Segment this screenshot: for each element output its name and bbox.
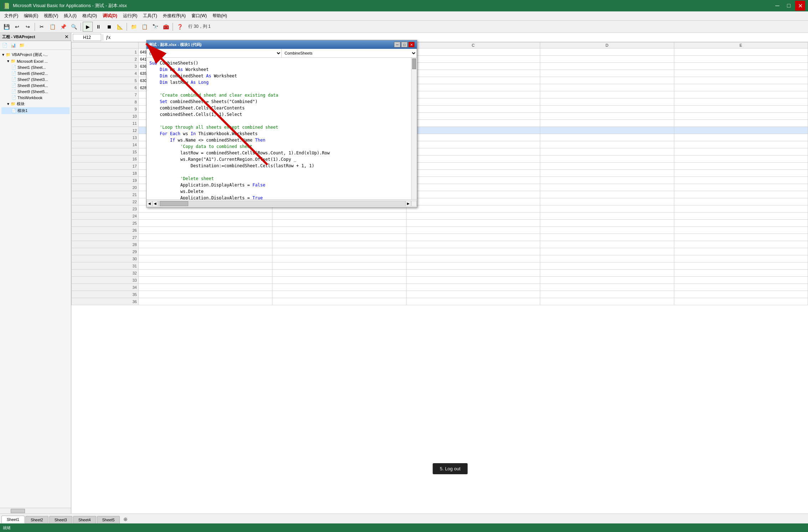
vba-menu-help[interactable]: 帮助(H)	[210, 12, 230, 20]
cell-r19-c3[interactable]	[406, 177, 540, 184]
cell-r29-c2[interactable]	[272, 248, 406, 255]
cell-r35-c2[interactable]	[272, 291, 406, 298]
cell-r36-c1[interactable]	[138, 298, 272, 305]
cell-r36-c3[interactable]	[406, 298, 540, 305]
cell-r16-c5[interactable]	[674, 155, 808, 163]
cell-r33-c5[interactable]	[674, 277, 808, 284]
cell-r11-c3[interactable]	[406, 120, 540, 127]
vba-scrollbar-right[interactable]	[411, 58, 417, 199]
cell-r5-c4[interactable]	[540, 77, 674, 84]
cell-r27-c5[interactable]	[674, 234, 808, 241]
cell-r30-c2[interactable]	[272, 255, 406, 262]
save-button[interactable]: 💾	[1, 22, 11, 32]
cell-r22-c5[interactable]	[674, 198, 808, 205]
h-scroll-thumb[interactable]	[160, 201, 188, 206]
vba-menu-insert[interactable]: 插入(I)	[61, 12, 79, 20]
cell-r14-c5[interactable]	[674, 141, 808, 148]
sheet-tab-sheet5[interactable]: Sheet5	[97, 516, 120, 523]
cell-r32-c2[interactable]	[272, 270, 406, 277]
cell-r7-c4[interactable]	[540, 91, 674, 98]
cell-r25-c5[interactable]	[674, 220, 808, 227]
scroll-left-btn2[interactable]: ◄	[152, 201, 158, 206]
minimize-button[interactable]: ─	[772, 1, 782, 11]
cell-r34-c3[interactable]	[406, 284, 540, 291]
cell-r16-c4[interactable]	[540, 155, 674, 163]
cell-r30-c4[interactable]	[540, 255, 674, 262]
cell-r28-c5[interactable]	[674, 241, 808, 248]
cell-r32-c4[interactable]	[540, 270, 674, 277]
cell-r15-c5[interactable]	[674, 148, 808, 155]
scrollbar-thumb[interactable]	[11, 509, 25, 513]
tree-sheet6[interactable]: 📄 Sheet6 (Sheet2...	[1, 70, 70, 76]
maximize-button[interactable]: □	[784, 1, 794, 11]
paste-button[interactable]: 📌	[58, 22, 68, 32]
cell-r29-c5[interactable]	[674, 248, 808, 255]
cell-r15-c3[interactable]	[406, 148, 540, 155]
cell-r32-c5[interactable]	[674, 270, 808, 277]
vba-menu-window[interactable]: 窗口(W)	[189, 12, 210, 20]
cell-r34-c4[interactable]	[540, 284, 674, 291]
cell-r24-c2[interactable]	[272, 213, 406, 220]
cell-r12-c3[interactable]	[406, 127, 540, 134]
cell-r18-c3[interactable]	[406, 170, 540, 177]
cell-r18-c5[interactable]	[674, 170, 808, 177]
vba-menu-view[interactable]: 视图(V)	[41, 12, 61, 20]
cell-r27-c3[interactable]	[406, 234, 540, 241]
cell-r19-c4[interactable]	[540, 177, 674, 184]
cell-r28-c1[interactable]	[138, 241, 272, 248]
cell-r21-c3[interactable]	[406, 191, 540, 198]
cell-r24-c3[interactable]	[406, 213, 540, 220]
vba-menu-file[interactable]: 文件(F)	[1, 12, 21, 20]
redo-button[interactable]: ↪	[23, 22, 33, 32]
vba-editor-close[interactable]: ✕	[408, 42, 415, 47]
cell-r11-c4[interactable]	[540, 120, 674, 127]
cell-r26-c5[interactable]	[674, 227, 808, 234]
cell-r8-c4[interactable]	[540, 98, 674, 106]
design-mode-button[interactable]: 📐	[115, 22, 125, 32]
cell-r36-c4[interactable]	[540, 298, 674, 305]
cell-r8-c5[interactable]	[674, 98, 808, 106]
cell-r1-c3[interactable]	[406, 48, 540, 56]
cell-r35-c3[interactable]	[406, 291, 540, 298]
cell-r29-c3[interactable]	[406, 248, 540, 255]
cell-r22-c3[interactable]	[406, 198, 540, 205]
cell-r20-c5[interactable]	[674, 184, 808, 191]
vba-view-code[interactable]: 📄	[1, 42, 9, 49]
object-browser-button[interactable]: 🔭	[150, 22, 160, 32]
cell-r4-c3[interactable]	[406, 70, 540, 77]
cell-r32-c1[interactable]	[138, 270, 272, 277]
cell-r1-c4[interactable]	[540, 48, 674, 56]
tree-sheet8[interactable]: 📄 Sheet8 (Sheet4...	[1, 82, 70, 88]
cell-r16-c3[interactable]	[406, 155, 540, 163]
cell-r3-c4[interactable]	[540, 63, 674, 70]
cell-r3-c3[interactable]	[406, 63, 540, 70]
col-header-c[interactable]: C	[406, 42, 540, 48]
cell-r17-c4[interactable]	[540, 163, 674, 170]
vba-editor-maximize[interactable]: □	[401, 42, 408, 47]
sheet-tab-add[interactable]: ⊕	[121, 515, 131, 523]
cell-r14-c3[interactable]	[406, 141, 540, 148]
cell-r31-c2[interactable]	[272, 262, 406, 270]
cell-r6-c4[interactable]	[540, 84, 674, 91]
cell-r27-c2[interactable]	[272, 234, 406, 241]
tree-sheet1[interactable]: 📄 Sheet1 (Sheet...	[1, 64, 70, 70]
sheet-tab-sheet2[interactable]: Sheet2	[25, 516, 48, 523]
cell-r27-c1[interactable]	[138, 234, 272, 241]
vba-menu-addins[interactable]: 外接程序(A)	[160, 12, 189, 20]
cell-r34-c5[interactable]	[674, 284, 808, 291]
cell-r25-c3[interactable]	[406, 220, 540, 227]
cell-r21-c4[interactable]	[540, 191, 674, 198]
cell-r7-c5[interactable]	[674, 91, 808, 98]
corner-resize[interactable]	[411, 201, 417, 206]
cell-r18-c4[interactable]	[540, 170, 674, 177]
cell-r17-c5[interactable]	[674, 163, 808, 170]
name-box[interactable]	[73, 34, 101, 41]
cell-r13-c4[interactable]	[540, 134, 674, 141]
vba-panel-close[interactable]: ✕	[65, 34, 69, 40]
undo-button[interactable]: ↩	[12, 22, 22, 32]
cell-r29-c4[interactable]	[540, 248, 674, 255]
cell-r20-c4[interactable]	[540, 184, 674, 191]
cell-r10-c5[interactable]	[674, 113, 808, 120]
cell-r4-c5[interactable]	[674, 70, 808, 77]
toolbox-button[interactable]: 🧰	[161, 22, 171, 32]
